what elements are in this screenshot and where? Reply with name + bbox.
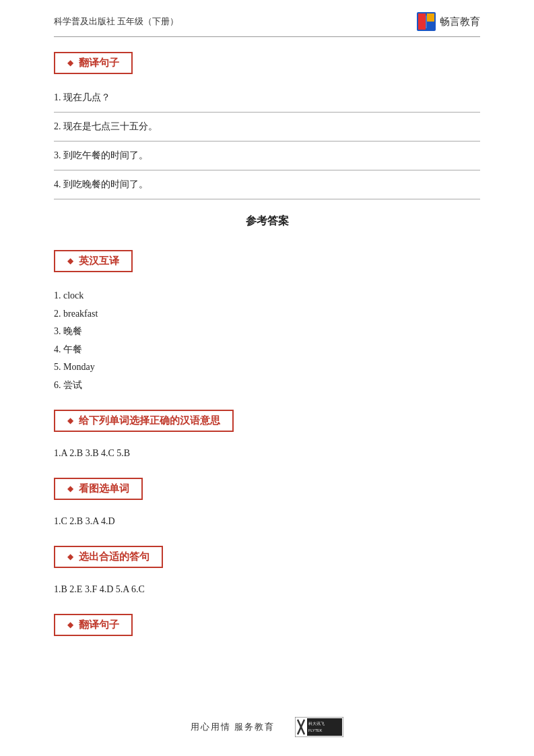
section2-title: 英汉互译 [79, 255, 119, 267]
answer-item-3: 3. 晚餐 [54, 323, 480, 341]
section2-answers: 1. clock 2. breakfast 3. 晚餐 4. 午餐 5. Mon… [54, 287, 480, 395]
answer-item-1: 1. clock [54, 287, 480, 305]
section4-title-box: ◆ 看图选单词 [54, 478, 143, 500]
footer-slogan: 用心用情 服务教育 [191, 721, 275, 733]
question-item-4: 4. 到吃晚餐的时间了。 [54, 170, 480, 199]
flytek-logo-area: 科大讯飞 FLYTEK [295, 717, 343, 737]
page-footer: 用心用情 服务教育 科大讯飞 FLYTEK [0, 717, 534, 737]
section4-title: 看图选单词 [79, 482, 129, 495]
diamond-icon2: ◆ [67, 256, 73, 266]
section4-answers: 1.C 2.B 3.A 4.D [54, 516, 480, 527]
section1-title-box: ◆ 翻译句子 [54, 52, 133, 74]
svg-marker-5 [427, 13, 434, 22]
ref-answer-title: 参考答案 [54, 214, 480, 228]
section5-answers: 1.B 2.E 3.F 4.D 5.A 6.C [54, 584, 480, 595]
section3-answers: 1.A 2.B 3.B 4.C 5.B [54, 448, 480, 459]
svg-rect-10 [307, 718, 342, 736]
brand-name: 畅言教育 [440, 15, 480, 28]
question-item-1: 1. 现在几点？ [54, 84, 480, 113]
question-item-2: 2. 现在是七点三十五分。 [54, 113, 480, 141]
question-item-3: 3. 到吃午餐的时间了。 [54, 141, 480, 170]
section1-title: 翻译句子 [79, 57, 119, 69]
answer-item-4: 4. 午餐 [54, 341, 480, 359]
page-header: 科学普及出版社 五年级（下册） 畅言教育 [54, 0, 480, 37]
diamond-icon4: ◆ [67, 484, 73, 494]
brand-icon [417, 12, 436, 31]
diamond-icon1: ◆ [67, 58, 73, 68]
answer-item-5: 5. Monday [54, 358, 480, 377]
header-publisher: 科学普及出版社 五年级（下册） [54, 15, 178, 28]
section2-title-box: ◆ 英汉互译 [54, 250, 133, 272]
question-list: 1. 现在几点？ 2. 现在是七点三十五分。 3. 到吃午餐的时间了。 4. 到… [54, 84, 480, 199]
section6-title: 翻译句子 [79, 619, 119, 631]
answer-item-6: 6. 尝试 [54, 377, 480, 395]
svg-marker-4 [418, 13, 426, 30]
section6-title-box: ◆ 翻译句子 [54, 614, 133, 636]
diamond-icon5: ◆ [67, 552, 73, 562]
svg-marker-6 [427, 22, 434, 30]
header-brand-area: 畅言教育 [417, 12, 480, 31]
section3-title: 给下列单词选择正确的汉语意思 [79, 414, 220, 427]
svg-text:FLYTEK: FLYTEK [308, 728, 323, 732]
section3-title-box: ◆ 给下列单词选择正确的汉语意思 [54, 410, 234, 432]
answer-item-2: 2. breakfast [54, 305, 480, 323]
flytek-icon: 科大讯飞 FLYTEK [295, 717, 343, 737]
section5-title: 选出合适的答句 [79, 550, 149, 563]
diamond-icon6: ◆ [67, 620, 73, 630]
section5-title-box: ◆ 选出合适的答句 [54, 546, 163, 568]
svg-text:科大讯飞: 科大讯飞 [308, 722, 325, 726]
diamond-icon3: ◆ [67, 416, 73, 426]
